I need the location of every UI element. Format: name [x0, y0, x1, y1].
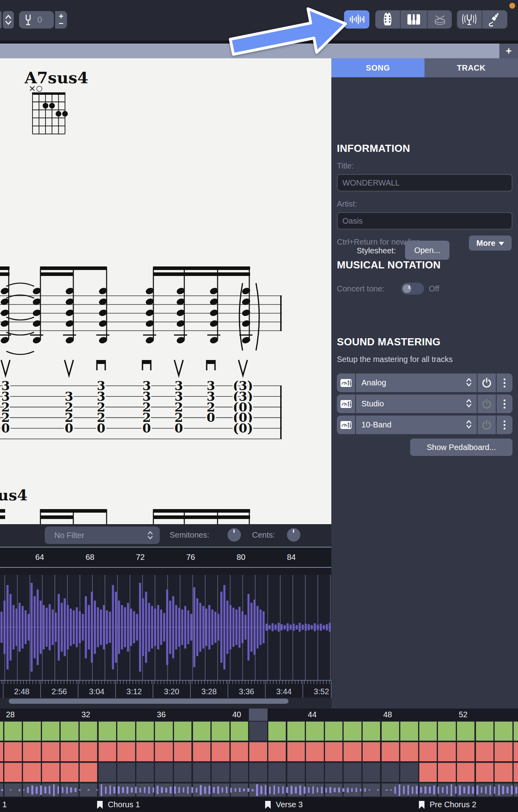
timeline-cell[interactable] — [212, 763, 229, 782]
timeline-cell[interactable] — [99, 722, 117, 741]
timeline-cell[interactable] — [80, 742, 97, 761]
timeline-cell[interactable] — [268, 763, 286, 782]
document-tab-bar[interactable] — [0, 44, 499, 58]
cut-off-button[interactable] — [0, 11, 2, 29]
title-input[interactable]: WONDERWALL — [337, 174, 512, 192]
mastering-preset-select[interactable]: Analog — [356, 373, 477, 392]
timeline-cell[interactable] — [231, 722, 248, 741]
timeline-cell[interactable] — [61, 763, 78, 782]
timeline-cell[interactable] — [306, 763, 324, 782]
timeline-cell[interactable] — [382, 763, 399, 782]
timeline-cell[interactable] — [363, 742, 380, 761]
timeline-cell[interactable] — [155, 742, 173, 761]
timeline-bar-number[interactable]: 44 — [308, 710, 317, 719]
timeline-cell[interactable] — [249, 763, 267, 782]
timeline-cell[interactable] — [42, 763, 60, 782]
timeline-cell[interactable] — [23, 742, 41, 761]
stylesheet-open-button[interactable]: Open... — [405, 241, 449, 260]
section-marker[interactable]: Verse 3 — [265, 797, 303, 812]
cents-knob[interactable] — [287, 528, 300, 542]
timeline-cell[interactable] — [174, 722, 192, 741]
timeline-bar-number[interactable]: 52 — [459, 710, 467, 719]
mastering-row-analog[interactable]: Analog — [337, 373, 512, 392]
timeline-cell[interactable] — [325, 742, 343, 761]
timeline-cell[interactable] — [117, 722, 135, 741]
timeline-cell[interactable] — [231, 763, 248, 782]
semitones-knob[interactable] — [227, 528, 241, 542]
guitar-view-button[interactable] — [375, 10, 400, 29]
timeline-cell[interactable] — [155, 763, 173, 782]
timeline-cell[interactable] — [42, 742, 60, 761]
timeline-cell[interactable] — [476, 742, 494, 761]
timeline-cell[interactable] — [419, 742, 437, 761]
row-menu-button[interactable] — [497, 416, 512, 434]
timeline-cell[interactable] — [80, 722, 97, 741]
artist-input[interactable]: Oasis — [337, 212, 512, 230]
timeline-cell[interactable] — [476, 763, 494, 782]
timeline-cell[interactable] — [476, 722, 494, 741]
timeline-cell[interactable] — [42, 722, 60, 741]
timeline-cell[interactable] — [117, 763, 135, 782]
timeline-cell[interactable] — [0, 742, 3, 761]
timeline-cell[interactable] — [287, 763, 305, 782]
timeline-cell[interactable] — [136, 742, 154, 761]
timeline-cell[interactable] — [268, 742, 286, 761]
timeline-cell[interactable] — [457, 763, 475, 782]
power-button[interactable] — [478, 373, 496, 392]
timeline-cell[interactable] — [23, 722, 41, 741]
line-in-button[interactable] — [482, 10, 507, 29]
timeline-cell[interactable] — [344, 722, 361, 741]
mastering-preset-select[interactable]: Studio — [356, 395, 477, 413]
timeline-cell[interactable] — [514, 722, 518, 741]
timeline-cell[interactable] — [419, 722, 437, 741]
timeline-cell[interactable] — [23, 763, 41, 782]
timeline-bar-number[interactable]: 40 — [232, 710, 241, 719]
timeline-cell[interactable] — [438, 722, 456, 741]
timeline-cell[interactable] — [400, 722, 418, 741]
timeline-cell[interactable] — [212, 722, 229, 741]
timeline-cell[interactable] — [174, 742, 192, 761]
timeline-cell[interactable] — [249, 742, 267, 761]
concert-tone-toggle[interactable] — [401, 283, 424, 295]
timeline-cell[interactable] — [193, 763, 211, 782]
section-marker[interactable]: Pre Chorus 2 — [419, 797, 476, 812]
add-tab-button[interactable]: + — [499, 44, 518, 58]
mastering-preset-select[interactable]: 10-Band — [356, 416, 477, 434]
timeline-cell[interactable] — [287, 742, 305, 761]
timeline-cell[interactable] — [325, 763, 343, 782]
timeline-cell[interactable] — [495, 722, 512, 741]
timeline-cell[interactable] — [400, 763, 418, 782]
timeline-cell[interactable] — [514, 742, 518, 761]
score-view[interactable]: A7sus4×○3322032203322033220332203320(3)(… — [0, 58, 331, 524]
timeline-cell[interactable] — [457, 722, 475, 741]
timeline-bar-numbers[interactable]: 28323640444852 — [0, 709, 518, 721]
timeline-cell[interactable] — [4, 763, 22, 782]
timeline-cell[interactable] — [419, 763, 437, 782]
timeline-cell[interactable] — [363, 722, 380, 741]
timeline-cell[interactable] — [155, 722, 173, 741]
timeline-cell[interactable] — [231, 742, 248, 761]
row-menu-button[interactable] — [497, 395, 512, 413]
mastering-row-10-band[interactable]: 10-Band — [337, 416, 512, 434]
scrollbar-track[interactable] — [0, 698, 331, 709]
timeline-cell[interactable] — [363, 763, 380, 782]
section-marker[interactable]: 1 — [2, 797, 7, 812]
audio-bar-ruler[interactable]: 646872768084 — [0, 547, 331, 568]
timeline-cell[interactable] — [495, 763, 512, 782]
timeline-cell[interactable] — [99, 742, 117, 761]
keyboard-view-button[interactable] — [401, 10, 427, 29]
timeline-cell[interactable] — [4, 722, 22, 741]
timeline-cell[interactable] — [0, 763, 3, 782]
timeline-cell[interactable] — [514, 763, 518, 782]
timeline-track-2-row[interactable] — [0, 741, 518, 762]
more-button[interactable]: More — [469, 236, 512, 251]
timeline-cell[interactable] — [99, 763, 117, 782]
tuner-button[interactable] — [457, 10, 482, 29]
timeline-bar-number[interactable]: 48 — [383, 710, 392, 719]
minus-icon[interactable]: − — [59, 20, 63, 27]
drums-view-button[interactable] — [428, 10, 452, 29]
scrollbar-thumb[interactable] — [9, 699, 289, 704]
playhead-cell[interactable] — [249, 709, 268, 721]
tab-song[interactable]: SONG — [331, 58, 424, 77]
timeline-cell[interactable] — [136, 763, 154, 782]
